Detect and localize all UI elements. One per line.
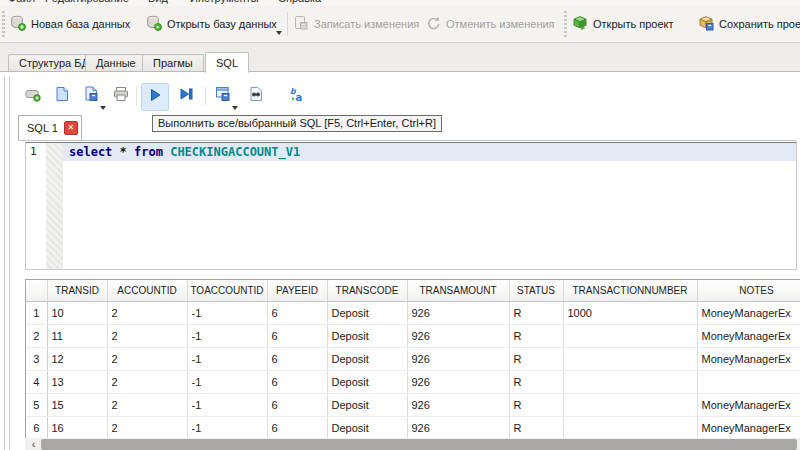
column-header[interactable]: TRANSAMOUNT xyxy=(407,280,509,302)
table-cell[interactable]: Deposit xyxy=(327,325,407,348)
tab-sql[interactable]: SQL xyxy=(205,52,249,73)
table-cell[interactable]: MoneyManagerEx xyxy=(697,302,800,325)
table-cell[interactable]: 6 xyxy=(267,371,327,394)
table-cell[interactable]: R xyxy=(509,394,563,417)
table-cell[interactable]: -1 xyxy=(187,371,267,394)
table-cell[interactable]: Deposit xyxy=(327,394,407,417)
column-header[interactable]: TRANSCODE xyxy=(327,280,407,302)
table-row[interactable]: 1102-16Deposit926R1000MoneyManagerEx xyxy=(26,302,800,325)
column-header[interactable]: ACCOUNTID xyxy=(107,280,187,302)
column-header[interactable]: TOACCOUNTID xyxy=(187,280,267,302)
table-cell[interactable] xyxy=(563,371,697,394)
toolbar-grip-2[interactable] xyxy=(564,11,567,37)
menu-file[interactable]: Файл xyxy=(8,0,35,4)
table-cell[interactable]: 926 xyxy=(407,325,509,348)
toolbar-grip[interactable] xyxy=(2,11,5,37)
table-cell[interactable]: Deposit xyxy=(327,348,407,371)
table-cell[interactable]: 926 xyxy=(407,371,509,394)
table-cell[interactable]: 6 xyxy=(267,394,327,417)
table-cell[interactable]: MoneyManagerEx xyxy=(697,325,800,348)
table-row[interactable]: 5152-16Deposit926RMoneyManagerEx xyxy=(26,394,800,417)
revert-changes-button[interactable]: Отменить изменения xyxy=(425,6,555,42)
table-cell[interactable]: 926 xyxy=(407,348,509,371)
dock-splitter-line[interactable] xyxy=(4,76,5,450)
table-cell[interactable] xyxy=(563,394,697,417)
table-cell[interactable]: MoneyManagerEx xyxy=(697,417,800,440)
sql-editor-tab[interactable]: SQL 1 ✕ xyxy=(18,115,82,140)
dock-splitter-line[interactable] xyxy=(9,76,10,450)
save-results-dropdown-caret[interactable] xyxy=(232,106,238,110)
execute-line-button[interactable] xyxy=(173,83,199,109)
table-cell[interactable]: Deposit xyxy=(327,371,407,394)
menu-edit[interactable]: Редактирование xyxy=(45,0,129,4)
new-sql-tab-button[interactable] xyxy=(20,83,46,109)
column-header[interactable]: PAYEEID xyxy=(267,280,327,302)
sql-editor[interactable]: 1 select * from CHECKINGACCOUNT_V1 xyxy=(25,142,797,270)
table-row[interactable]: 6162-16Deposit926RMoneyManagerEx xyxy=(26,417,800,440)
table-cell[interactable]: 6 xyxy=(267,417,327,440)
menu-tools[interactable]: Инструменты xyxy=(190,0,259,4)
table-cell[interactable]: -1 xyxy=(187,417,267,440)
table-cell[interactable]: 2 xyxy=(107,394,187,417)
table-cell[interactable] xyxy=(563,348,697,371)
new-database-button[interactable]: Новая база данных xyxy=(10,6,130,42)
open-project-button[interactable]: Открыть проект xyxy=(572,6,674,42)
table-cell[interactable]: 13 xyxy=(47,371,107,394)
scroll-left-arrow-icon[interactable]: ‹ xyxy=(27,438,40,450)
table-cell[interactable] xyxy=(697,371,800,394)
table-cell[interactable]: -1 xyxy=(187,302,267,325)
write-changes-button[interactable]: Записать изменения xyxy=(293,6,419,42)
tab-pragmas[interactable]: Прагмы xyxy=(142,54,204,72)
open-database-button[interactable]: Открыть базу данных xyxy=(146,6,277,42)
table-cell[interactable]: 15 xyxy=(47,394,107,417)
tab-data[interactable]: Данные xyxy=(85,54,147,72)
column-header[interactable]: TRANSID xyxy=(47,280,107,302)
table-cell[interactable]: 12 xyxy=(47,348,107,371)
table-cell[interactable] xyxy=(563,417,697,440)
table-cell[interactable]: Deposit xyxy=(327,302,407,325)
save-sql-dropdown-caret[interactable] xyxy=(100,106,106,110)
table-cell[interactable]: 10 xyxy=(47,302,107,325)
scrollbar-thumb[interactable] xyxy=(41,439,797,450)
column-header[interactable]: NOTES xyxy=(697,280,800,302)
table-cell[interactable]: Deposit xyxy=(327,417,407,440)
table-corner-cell[interactable] xyxy=(26,280,47,302)
open-database-dropdown-caret[interactable] xyxy=(276,31,282,35)
table-cell[interactable]: 2 xyxy=(107,371,187,394)
table-cell[interactable]: -1 xyxy=(187,394,267,417)
table-row[interactable]: 4132-16Deposit926R xyxy=(26,371,800,394)
table-cell[interactable]: R xyxy=(509,302,563,325)
table-cell[interactable]: 16 xyxy=(47,417,107,440)
table-cell[interactable]: MoneyManagerEx xyxy=(697,394,800,417)
horizontal-scrollbar[interactable]: ‹ xyxy=(25,438,800,450)
table-cell[interactable]: R xyxy=(509,417,563,440)
table-cell[interactable] xyxy=(563,325,697,348)
find-button[interactable] xyxy=(243,83,269,109)
table-cell[interactable]: 11 xyxy=(47,325,107,348)
close-tab-icon[interactable]: ✕ xyxy=(64,121,78,135)
table-cell[interactable]: 2 xyxy=(107,417,187,440)
table-cell[interactable]: MoneyManagerEx xyxy=(697,348,800,371)
table-cell[interactable]: R xyxy=(509,371,563,394)
menu-help[interactable]: Справка xyxy=(278,0,321,4)
table-cell[interactable]: 6 xyxy=(267,348,327,371)
save-project-button[interactable]: Сохранить проект xyxy=(698,6,800,42)
table-cell[interactable]: 6 xyxy=(267,325,327,348)
table-cell[interactable]: -1 xyxy=(187,348,267,371)
table-cell[interactable]: 2 xyxy=(107,348,187,371)
execute-sql-button[interactable] xyxy=(141,83,169,111)
column-header[interactable]: STATUS xyxy=(509,280,563,302)
autocomplete-button[interactable]: b a xyxy=(284,83,310,109)
table-cell[interactable]: 926 xyxy=(407,417,509,440)
print-button[interactable] xyxy=(108,83,134,109)
table-cell[interactable]: 2 xyxy=(107,325,187,348)
table-cell[interactable]: R xyxy=(509,325,563,348)
table-row[interactable]: 3122-16Deposit926RMoneyManagerEx xyxy=(26,348,800,371)
table-row[interactable]: 2112-16Deposit926RMoneyManagerEx xyxy=(26,325,800,348)
table-cell[interactable]: R xyxy=(509,348,563,371)
menu-view[interactable]: Вид xyxy=(148,0,168,4)
table-cell[interactable]: 926 xyxy=(407,394,509,417)
open-sql-file-button[interactable] xyxy=(49,83,75,109)
table-cell[interactable]: 1000 xyxy=(563,302,697,325)
column-header[interactable]: TRANSACTIONNUMBER xyxy=(563,280,697,302)
